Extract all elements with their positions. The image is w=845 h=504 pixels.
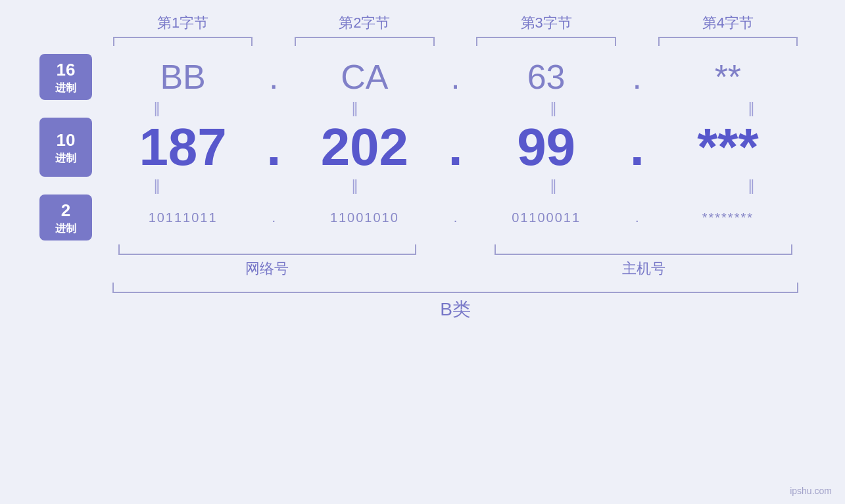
equals-row-2: ‖ ‖ ‖ ‖: [72, 177, 838, 195]
hex-label-unit: 进制: [55, 81, 76, 95]
network-bracket-group: 网络号: [105, 244, 429, 279]
eq2-2: ‖: [270, 177, 442, 195]
hex-val-3: 63: [469, 57, 624, 97]
dec-label: 10 进制: [39, 118, 92, 177]
hex-content: BB . CA . 63 . **: [105, 57, 806, 97]
eq1-2: ‖: [270, 100, 442, 117]
col2-header: 第2字节: [287, 13, 442, 46]
class-container: B类: [105, 283, 806, 322]
class-label: B类: [440, 297, 471, 322]
equals-row-1: ‖ ‖ ‖ ‖: [72, 100, 838, 117]
eq1-4: ‖: [667, 100, 838, 117]
col3-bracket: [476, 37, 616, 46]
hex-dot-3: .: [624, 57, 650, 97]
hex-label: 16 进制: [39, 54, 92, 100]
col2-bracket: [295, 37, 435, 46]
hex-dot-2: .: [443, 57, 469, 97]
host-bracket-line: [495, 244, 792, 255]
class-section: B类: [39, 283, 806, 322]
bracket-section: 网络号 主机号: [39, 244, 806, 279]
dec-row: 10 进制 187 . 202 . 99 . ***: [39, 117, 806, 177]
col1-header: 第1字节: [105, 13, 260, 46]
bin-dot-1: .: [260, 210, 287, 225]
dec-val-4: ***: [650, 117, 806, 177]
bin-content: 10111011 . 11001010 . 01100011 . *******…: [105, 210, 806, 225]
bin-val-3: 01100011: [469, 210, 624, 225]
main-container: 第1字节 第2字节 第3字节 第4字节 16 进制: [0, 0, 845, 504]
bin-label: 2 进制: [39, 195, 92, 241]
hex-val-4: **: [650, 57, 806, 97]
col3-title: 第3字节: [521, 13, 572, 33]
bin-val-2: 11001010: [287, 210, 442, 225]
hex-row: 16 进制 BB . CA . 63 . **: [39, 54, 806, 100]
col3-header: 第3字节: [469, 13, 624, 46]
host-bracket-group: 主机号: [482, 244, 806, 279]
column-headers-area: 第1字节 第2字节 第3字节 第4字节: [39, 13, 806, 46]
hex-val-2: CA: [287, 57, 442, 97]
bin-label-unit: 进制: [55, 222, 76, 236]
dec-dot-1: .: [260, 117, 287, 177]
dec-val-3: 99: [469, 117, 624, 177]
watermark: ipshu.com: [790, 486, 832, 496]
eq2-3: ‖: [469, 177, 640, 195]
col4-bracket: [658, 37, 798, 46]
dec-val-1: 187: [105, 117, 260, 177]
class-bracket-line: [112, 283, 799, 293]
col1-title: 第1字节: [157, 13, 208, 33]
eq2-1: ‖: [72, 177, 244, 195]
dec-content: 187 . 202 . 99 . ***: [105, 117, 806, 177]
network-label: 网络号: [245, 259, 289, 279]
hex-label-num: 16: [57, 59, 76, 81]
bin-dot-3: .: [624, 210, 650, 225]
col1-bracket: [113, 37, 253, 46]
dec-val-2: 202: [287, 117, 442, 177]
hex-val-1: BB: [105, 57, 260, 97]
bin-val-1: 10111011: [105, 210, 260, 225]
bin-dot-2: .: [443, 210, 469, 225]
dec-dot-3: .: [624, 117, 650, 177]
eq1-3: ‖: [469, 100, 640, 117]
eq2-4: ‖: [667, 177, 838, 195]
dec-label-num: 10: [57, 129, 76, 152]
dec-label-unit: 进制: [55, 152, 76, 166]
host-label: 主机号: [622, 259, 665, 279]
network-bracket-line: [118, 244, 416, 255]
hex-dot-1: .: [260, 57, 287, 97]
col4-header: 第4字节: [650, 13, 806, 46]
bin-val-4: ********: [650, 210, 806, 225]
bin-label-num: 2: [61, 200, 70, 222]
bin-row: 2 进制 10111011 . 11001010 . 01100011 . **…: [39, 195, 806, 241]
col2-title: 第2字节: [339, 13, 390, 33]
eq1-1: ‖: [72, 100, 244, 117]
brackets-container: 网络号 主机号: [105, 244, 806, 279]
col4-title: 第4字节: [702, 13, 754, 33]
dec-dot-2: .: [443, 117, 469, 177]
